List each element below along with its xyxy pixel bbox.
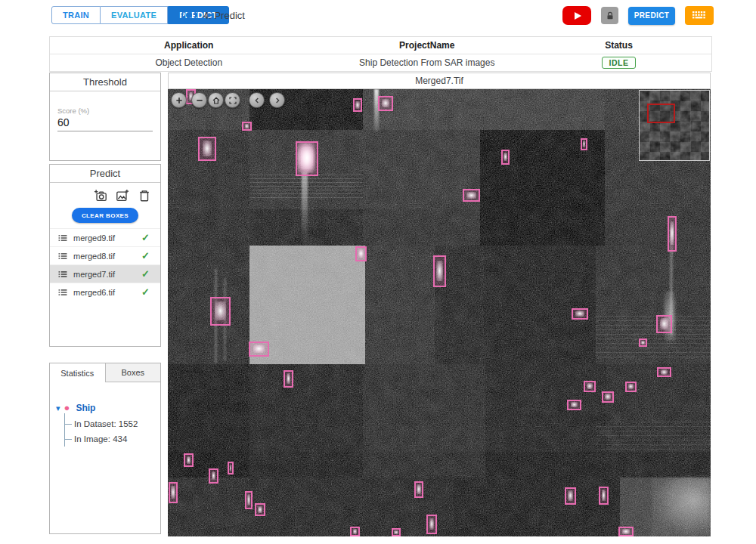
- detection-box: [656, 315, 672, 333]
- previous-icon: [253, 96, 262, 105]
- zoom-in-button[interactable]: [171, 92, 187, 108]
- add-a-photo-icon[interactable]: [94, 189, 107, 202]
- detection-box: [249, 342, 269, 357]
- detection-box: [602, 391, 614, 403]
- detection-box: [581, 138, 587, 150]
- predict-panel-title: Predict: [50, 165, 160, 183]
- detection-box: [198, 137, 216, 161]
- step-label: 4. Predict: [203, 10, 245, 21]
- detection-box: [668, 216, 677, 252]
- col-projectname: ProjectName: [328, 37, 527, 54]
- detection-box: [565, 487, 576, 505]
- detection-box: [284, 370, 293, 388]
- score-input-underline: [57, 131, 153, 131]
- predict-tools: [50, 183, 160, 206]
- detection-box: [169, 482, 178, 503]
- zoom-in-icon: [175, 96, 184, 105]
- detection-box: [463, 189, 480, 202]
- minimap-viewport-rect[interactable]: [647, 104, 675, 123]
- add-photo-alternate-icon[interactable]: [116, 189, 129, 202]
- next-icon: [273, 96, 282, 105]
- full-page-icon: [228, 96, 237, 105]
- tab-statistics[interactable]: Statistics: [50, 363, 105, 382]
- sar-image-viewer[interactable]: [168, 89, 711, 536]
- project-name-value: Ship Detection From SAR images: [328, 54, 527, 71]
- play-icon: [575, 12, 581, 20]
- tree-node-ship[interactable]: ▾ ● Ship: [56, 403, 160, 413]
- detection-box: [209, 468, 218, 484]
- list-icon: [57, 269, 68, 280]
- col-status: Status: [526, 37, 711, 54]
- keyboard-button[interactable]: [685, 6, 714, 25]
- threshold-panel: Threshold Score (%) 60: [49, 73, 161, 161]
- tree-expand-icon[interactable]: ▾: [56, 403, 60, 413]
- detection-box: [625, 382, 637, 392]
- detection-box: [296, 141, 318, 176]
- detection-box: [228, 462, 234, 474]
- class-color-dot-icon: ●: [64, 404, 70, 412]
- full-page-button[interactable]: [225, 92, 240, 108]
- check-icon: ✓: [141, 250, 150, 261]
- detection-box: [210, 297, 231, 326]
- detection-box: [657, 367, 671, 377]
- tab-train[interactable]: TRAIN: [51, 6, 101, 24]
- predict-run-button[interactable]: PREDICT: [628, 7, 675, 25]
- statistics-panel: Statistics Boxes ▾ ● Ship In Dataset: 15…: [49, 363, 161, 534]
- file-row-merged9[interactable]: merged9.tif ✓: [50, 228, 160, 246]
- home-button[interactable]: [208, 92, 224, 108]
- detection-box: [599, 487, 609, 505]
- status-badge: IDLE: [602, 57, 637, 69]
- minimap-navigator[interactable]: [639, 90, 710, 161]
- threshold-panel-title: Threshold: [50, 73, 160, 91]
- stat-in-dataset: In Dataset: 1552: [65, 416, 160, 431]
- class-name: Ship: [76, 403, 95, 413]
- file-name: merged9.tif: [73, 233, 141, 243]
- detection-box: [426, 515, 437, 534]
- class-tree: ▾ ● Ship In Dataset: 1552 In Image: 434: [50, 383, 160, 447]
- zoom-out-button[interactable]: [191, 92, 207, 108]
- detection-box: [433, 255, 446, 287]
- check-icon: ✓: [141, 268, 150, 280]
- keyboard-icon: [691, 10, 708, 21]
- project-table: Application ProjectName Status Object De…: [49, 36, 712, 72]
- clear-boxes-button[interactable]: CLEAR BOXES: [72, 208, 138, 223]
- header-actions: PREDICT: [562, 6, 714, 25]
- file-name: merged8.tif: [73, 252, 141, 261]
- detection-box: [242, 122, 252, 131]
- list-icon: [57, 233, 68, 243]
- detection-box: [350, 527, 360, 536]
- next-image-button[interactable]: [269, 92, 285, 108]
- delete-icon[interactable]: [138, 189, 151, 202]
- check-icon: ✓: [141, 286, 150, 298]
- score-input[interactable]: 60: [57, 116, 153, 128]
- col-application: Application: [50, 37, 328, 54]
- radio-selected-icon[interactable]: [181, 8, 197, 23]
- youtube-button[interactable]: [562, 6, 591, 25]
- tab-boxes[interactable]: Boxes: [105, 363, 161, 382]
- detection-box: [184, 453, 194, 467]
- file-name: merged7.tif: [73, 270, 141, 279]
- detection-box-layer: [168, 89, 711, 536]
- detection-box: [618, 527, 634, 536]
- viewer-title: Merged7.Tif: [168, 73, 711, 89]
- previous-image-button[interactable]: [249, 92, 265, 108]
- detection-box: [639, 338, 647, 347]
- detection-box: [355, 246, 367, 261]
- project-table-row: Object Detection Ship Detection From SAR…: [50, 54, 711, 71]
- step-indicator: 4. Predict: [181, 8, 245, 23]
- detection-box: [353, 98, 362, 112]
- detection-box: [572, 308, 588, 320]
- file-row-merged8[interactable]: merged8.tif ✓: [50, 246, 160, 264]
- file-row-merged6[interactable]: merged6.tif ✓: [50, 283, 160, 301]
- lock-button[interactable]: [601, 7, 618, 24]
- file-row-merged7[interactable]: merged7.tif ✓: [50, 264, 160, 283]
- tab-evaluate[interactable]: EVALUATE: [101, 6, 168, 24]
- ship-detection-app: TRAIN EVALUATE PREDICT 4. Predict PREDIC…: [0, 0, 756, 544]
- list-icon: [57, 251, 68, 261]
- zoom-out-icon: [195, 96, 204, 105]
- detection-box: [245, 491, 253, 509]
- application-value: Object Detection: [50, 54, 328, 71]
- score-label: Score (%): [57, 107, 153, 115]
- stats-tabs: Statistics Boxes: [50, 363, 160, 383]
- detection-box: [378, 96, 393, 111]
